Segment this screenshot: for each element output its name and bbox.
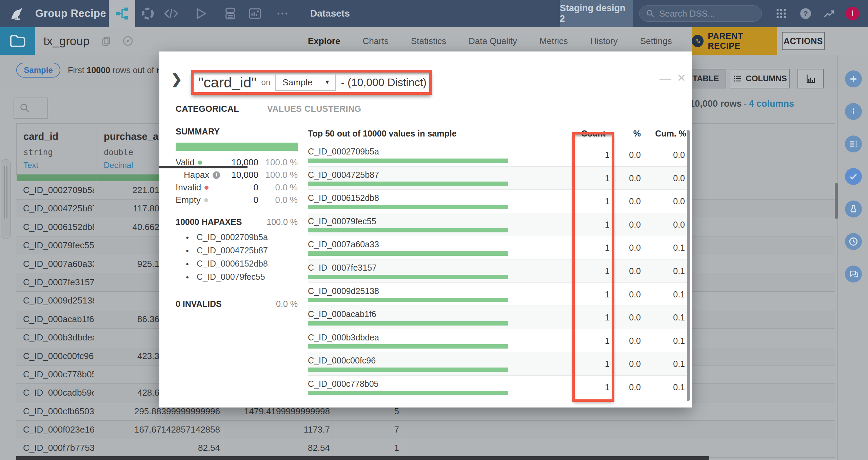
summary-stat-row: Hapaxi10,000100.0 % <box>176 168 298 181</box>
info-icon[interactable]: i <box>213 171 220 179</box>
modal-tabs: CATEGORICAL VALUES CLUSTERING <box>159 98 692 121</box>
catalog-icon[interactable] <box>244 0 266 27</box>
invalids-title: 0 INVALIDS <box>176 299 222 309</box>
value-cum-pct: 0.1 <box>648 382 685 392</box>
sidebar-lab-icon[interactable] <box>845 201 862 217</box>
value-row[interactable]: C_ID_0006152db810.00.0 <box>308 190 688 213</box>
value-row[interactable]: C_ID_0002709b5a10.00.0 <box>308 143 688 167</box>
value-cum-pct: 0.0 <box>648 220 685 230</box>
value-text: C_ID_0007fe3157 <box>308 263 377 273</box>
modal-scrollbar-thumb[interactable] <box>687 130 690 401</box>
close-icon[interactable]: ✕ <box>675 71 688 85</box>
count-column-header[interactable]: Count <box>572 129 614 139</box>
value-row[interactable]: C_ID_0007a60a3310.00.1 <box>308 236 688 259</box>
value-pct: 0.0 <box>614 243 648 253</box>
collapse-chevron-icon[interactable]: ❯ <box>171 71 182 87</box>
recipe-icon <box>692 35 704 47</box>
pct-column-header[interactable]: % <box>614 129 648 139</box>
cell-card-id: C_ID_000b3dbdea <box>23 329 94 347</box>
panel-grip-handle[interactable] <box>1 159 11 239</box>
value-row[interactable]: C_ID_0004725b8710.00.0 <box>308 167 688 190</box>
cum-pct-column-header[interactable]: Cum. % <box>648 129 686 139</box>
sidebar-info-icon[interactable] <box>845 103 862 120</box>
value-row[interactable]: C_ID_000acab1f610.00.1 <box>308 306 688 329</box>
column-header-card-id[interactable]: card_id string Text <box>16 124 97 175</box>
nav-flow-active-item[interactable] <box>109 0 135 27</box>
sample-description: First 10000 rows out of not ( <box>68 55 175 85</box>
trend-icon[interactable] <box>820 0 839 27</box>
value-frequency-bar <box>308 159 508 163</box>
sample-pill[interactable]: Sample <box>16 63 60 78</box>
tab-categorical[interactable]: CATEGORICAL <box>176 98 239 121</box>
grid-search-box[interactable] <box>14 98 48 119</box>
cell-card-id: C_ID_00079fec55 <box>23 236 94 255</box>
sidebar-check-icon[interactable] <box>845 168 862 185</box>
sidebar-details-icon[interactable] <box>845 135 862 152</box>
lab-icon[interactable] <box>137 0 159 27</box>
global-search[interactable] <box>639 5 762 22</box>
columns-count-link[interactable]: 4 columns <box>749 99 794 109</box>
cell-col4: 7 <box>333 421 399 439</box>
value-row[interactable]: C_ID_0007fe315710.00.1 <box>308 259 688 283</box>
validity-bar <box>17 174 97 181</box>
hapaxes-pct: 100.0 % <box>267 217 298 227</box>
rows-count-label: 10,000 rows <box>690 99 742 109</box>
cell-col3: 1173.7 <box>223 421 330 439</box>
analyzed-column-name: "card_id" <box>198 74 257 91</box>
help-icon[interactable]: ? <box>796 0 815 27</box>
dataset-header: tx_group ExploreChartsStatisticsData Qua… <box>0 27 868 55</box>
charts-view-button[interactable] <box>797 69 824 88</box>
value-row[interactable]: C_ID_000b3dbdea10.00.1 <box>308 329 688 353</box>
top-navbar: Group Recipe Datasets Staging design 2 <box>0 0 868 27</box>
value-cum-pct: 0.1 <box>648 359 685 369</box>
value-text: C_ID_0009d25138 <box>308 286 379 296</box>
table-row[interactable]: C_ID_000f7b775382.5482.541 <box>16 439 835 457</box>
apps-grid-icon[interactable] <box>772 0 791 27</box>
nav-section-label[interactable]: Datasets <box>310 0 350 27</box>
table-row[interactable]: C_ID_000f023e16167.671428571428581173.77 <box>16 421 835 439</box>
dataiku-logo-icon[interactable] <box>8 4 27 23</box>
value-row[interactable]: C_ID_000c00fc9610.00.1 <box>308 352 688 376</box>
tab-settings[interactable]: Settings <box>640 36 672 46</box>
value-frequency-bar <box>308 251 508 256</box>
tab-data-quality[interactable]: Data Quality <box>469 36 517 46</box>
column-name: card_id <box>23 131 97 142</box>
sidebar-history-icon[interactable] <box>845 233 862 250</box>
value-row[interactable]: C_ID_000c778b0510.00.1 <box>308 376 688 399</box>
tab-statistics[interactable]: Statistics <box>411 36 446 46</box>
dataset-type-block[interactable] <box>0 27 35 55</box>
cell-card-id: C_ID_000c778b05 <box>23 365 94 384</box>
tab-charts[interactable]: Charts <box>362 36 389 46</box>
horizontal-scrollbar[interactable] <box>16 456 709 460</box>
sidebar-plus-icon[interactable] <box>845 70 862 87</box>
user-avatar[interactable]: I <box>846 7 859 20</box>
columns-view-label: COLUMNS <box>746 74 787 83</box>
search-input[interactable] <box>659 8 751 19</box>
run-icon[interactable] <box>190 0 212 27</box>
value-row[interactable]: C_ID_0009d2513810.00.1 <box>308 283 688 306</box>
copy-icon[interactable] <box>100 35 112 47</box>
project-badge[interactable]: Staging design 2 <box>560 0 633 27</box>
vertical-scrollbar-thumb[interactable] <box>835 183 838 219</box>
value-text: C_ID_0002709b5a <box>308 147 379 156</box>
parent-recipe-button[interactable]: PARENT RECIPE <box>692 27 777 55</box>
value-row[interactable]: C_ID_00079fec5510.00.0 <box>308 213 688 236</box>
columns-view-button[interactable]: COLUMNS <box>730 69 790 88</box>
sidebar-discussions-icon[interactable] <box>845 266 862 283</box>
minimize-button[interactable]: — <box>658 71 672 85</box>
column-meaning-link[interactable]: Text <box>23 161 97 170</box>
navigate-icon[interactable] <box>122 35 134 47</box>
tab-history[interactable]: History <box>590 36 618 46</box>
more-icon[interactable] <box>272 0 293 27</box>
cell-card-id: C_ID_0006152db8 <box>23 218 94 236</box>
sample-select[interactable]: Sample ▼ <box>275 74 336 91</box>
distinct-count-label: - (10,000 Distinct) <box>341 76 427 89</box>
tab-metrics[interactable]: Metrics <box>539 36 568 46</box>
jobs-icon[interactable] <box>219 0 241 27</box>
tab-explore[interactable]: Explore <box>308 36 340 46</box>
code-icon[interactable] <box>160 0 182 27</box>
value-count: 1 <box>572 290 610 299</box>
column-divider <box>223 439 223 457</box>
actions-button[interactable]: ACTIONS <box>782 32 825 50</box>
tab-values-clustering[interactable]: VALUES CLUSTERING <box>267 98 361 121</box>
